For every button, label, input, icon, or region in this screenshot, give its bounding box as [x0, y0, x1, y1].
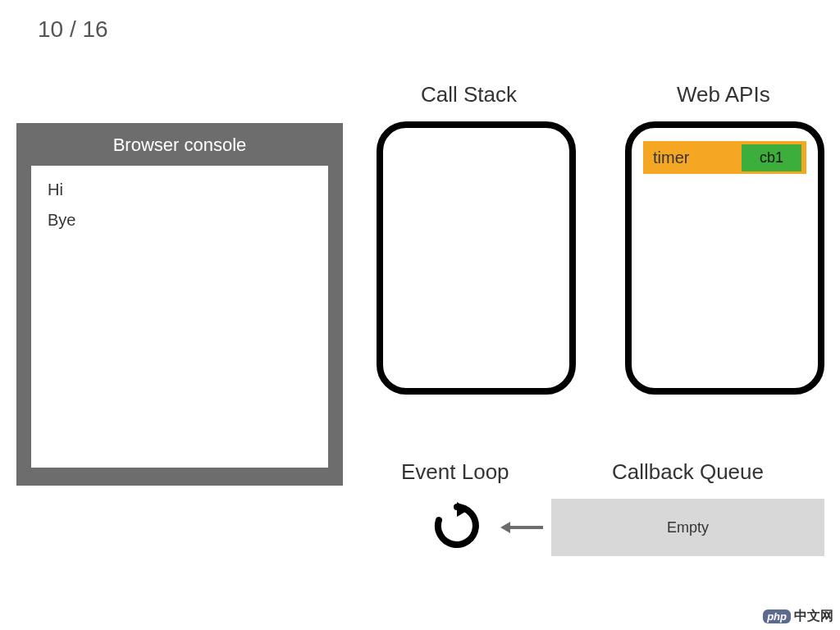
php-badge: php [763, 609, 791, 623]
timer-entry: timer cb1 [643, 141, 806, 174]
callback-queue-status: Empty [667, 519, 709, 536]
arrow-left-icon [500, 522, 543, 533]
console-line: Bye [48, 211, 312, 230]
call-stack-heading: Call Stack [421, 82, 517, 107]
web-apis-box: timer cb1 [625, 121, 824, 395]
browser-console-title: Browser console [16, 123, 343, 166]
console-line: Hi [48, 180, 312, 199]
event-loop-icon [433, 502, 481, 550]
timer-label: timer [653, 148, 742, 167]
call-stack-box [377, 121, 576, 395]
watermark-text: 中文网 [794, 608, 833, 625]
callback-chip: cb1 [742, 144, 801, 171]
watermark: php 中文网 [763, 608, 833, 625]
browser-console-panel: Browser console Hi Bye [16, 123, 343, 486]
web-apis-heading: Web APIs [677, 82, 770, 107]
callback-queue-box: Empty [551, 499, 824, 556]
callback-queue-heading: Callback Queue [612, 459, 764, 485]
svg-marker-0 [457, 502, 469, 517]
event-loop-heading: Event Loop [401, 459, 509, 485]
browser-console-body: Hi Bye [31, 166, 328, 468]
slide-counter: 10 / 16 [38, 16, 108, 43]
